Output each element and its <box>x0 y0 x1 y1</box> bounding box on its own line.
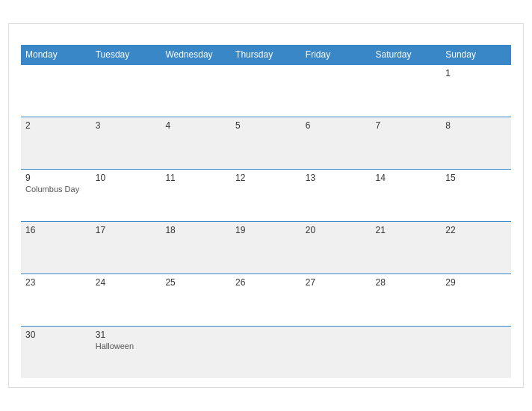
day-cell: 7 <box>371 117 442 169</box>
weekday-header-thursday: Thursday <box>231 45 301 65</box>
day-cell: 27 <box>301 274 371 326</box>
day-cell: 15 <box>441 169 511 221</box>
day-cell <box>301 64 371 117</box>
day-cell: 26 <box>231 274 301 326</box>
day-number: 21 <box>376 225 437 235</box>
day-event: Halloween <box>96 342 157 350</box>
weekday-header-sunday: Sunday <box>441 45 511 65</box>
day-number: 17 <box>96 225 157 235</box>
week-row-1: 2345678 <box>21 117 511 169</box>
day-number: 23 <box>25 277 87 288</box>
day-cell <box>371 326 442 378</box>
day-cell: 13 <box>301 169 371 221</box>
day-number: 5 <box>235 120 297 131</box>
day-cell <box>161 326 231 378</box>
day-cell: 20 <box>301 221 371 274</box>
day-event: Columbus Day <box>25 185 87 194</box>
day-cell <box>231 326 301 378</box>
day-cell <box>441 326 511 378</box>
week-row-2: 9Columbus Day101112131415 <box>21 169 511 221</box>
day-cell: 19 <box>231 221 301 274</box>
day-number: 22 <box>445 225 507 235</box>
day-cell: 14 <box>371 169 442 221</box>
day-cell: 6 <box>301 117 371 169</box>
calendar-grid: MondayTuesdayWednesdayThursdayFridaySatu… <box>21 45 511 379</box>
day-cell: 23 <box>21 274 91 326</box>
day-number: 30 <box>25 330 87 340</box>
day-cell <box>161 64 231 117</box>
calendar-container: MondayTuesdayWednesdayThursdayFridaySatu… <box>8 23 524 389</box>
week-row-5: 3031Halloween <box>21 326 511 378</box>
day-cell <box>91 64 161 117</box>
day-number: 14 <box>376 173 437 183</box>
day-number: 10 <box>96 173 157 183</box>
day-cell: 8 <box>441 117 511 169</box>
day-cell <box>371 64 442 117</box>
day-cell <box>21 64 91 117</box>
day-number: 8 <box>445 120 507 131</box>
day-number: 15 <box>445 173 507 183</box>
day-number: 11 <box>165 173 226 183</box>
day-cell: 5 <box>231 117 301 169</box>
day-cell <box>231 64 301 117</box>
day-number: 4 <box>165 120 226 131</box>
day-cell: 22 <box>441 221 511 274</box>
day-number: 24 <box>96 277 157 288</box>
day-cell: 17 <box>91 221 161 274</box>
day-cell: 1 <box>441 64 511 117</box>
day-cell: 21 <box>371 221 442 274</box>
day-cell: 10 <box>91 169 161 221</box>
week-row-0: 1 <box>21 64 511 117</box>
day-number: 19 <box>235 225 297 235</box>
day-number: 9 <box>25 173 87 183</box>
day-number: 1 <box>445 68 507 78</box>
weekday-header-wednesday: Wednesday <box>161 45 231 65</box>
day-number: 16 <box>25 225 87 235</box>
day-cell: 29 <box>441 274 511 326</box>
day-cell: 16 <box>21 221 91 274</box>
day-number: 18 <box>165 225 226 235</box>
day-number: 3 <box>96 120 157 131</box>
day-cell: 9Columbus Day <box>21 169 91 221</box>
weekday-header-friday: Friday <box>301 45 371 65</box>
day-number: 13 <box>306 173 367 183</box>
weekday-header-saturday: Saturday <box>371 45 442 65</box>
weekday-header-monday: Monday <box>21 45 91 65</box>
weekday-header-row: MondayTuesdayWednesdayThursdayFridaySatu… <box>21 45 511 65</box>
day-number: 2 <box>25 120 87 131</box>
day-number: 7 <box>376 120 437 131</box>
day-number: 28 <box>376 277 437 288</box>
day-number: 25 <box>165 277 226 288</box>
day-cell <box>301 326 371 378</box>
day-cell: 3 <box>91 117 161 169</box>
day-cell: 28 <box>371 274 442 326</box>
day-cell: 4 <box>161 117 231 169</box>
day-cell: 11 <box>161 169 231 221</box>
day-cell: 12 <box>231 169 301 221</box>
day-cell: 24 <box>91 274 161 326</box>
day-number: 29 <box>445 277 507 288</box>
day-cell: 18 <box>161 221 231 274</box>
day-cell: 31Halloween <box>91 326 161 378</box>
day-cell: 2 <box>21 117 91 169</box>
day-number: 27 <box>306 277 367 288</box>
day-number: 26 <box>235 277 297 288</box>
day-number: 6 <box>306 120 367 131</box>
weekday-header-tuesday: Tuesday <box>91 45 161 65</box>
week-row-4: 23242526272829 <box>21 274 511 326</box>
day-number: 20 <box>306 225 367 235</box>
day-number: 12 <box>235 173 297 183</box>
day-cell: 25 <box>161 274 231 326</box>
day-number: 31 <box>96 330 157 340</box>
week-row-3: 16171819202122 <box>21 221 511 274</box>
day-cell: 30 <box>21 326 91 378</box>
